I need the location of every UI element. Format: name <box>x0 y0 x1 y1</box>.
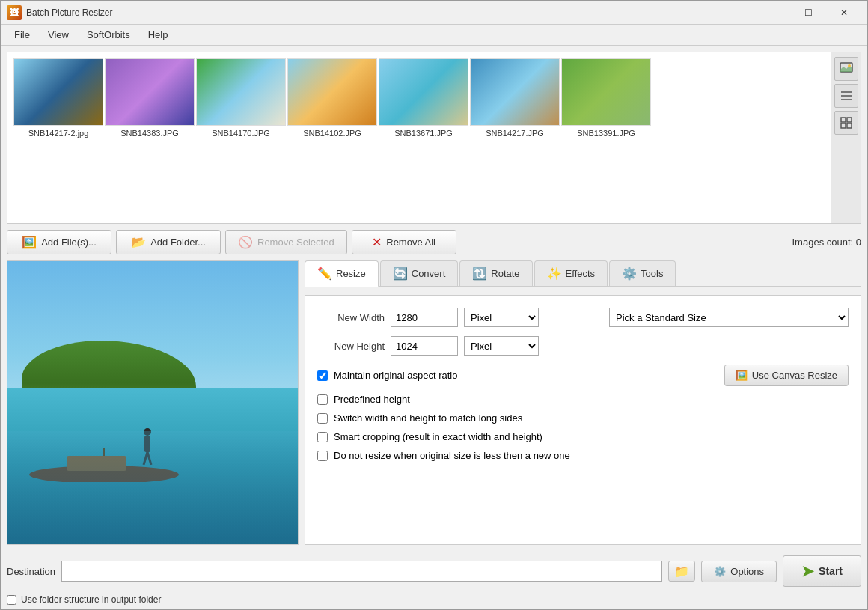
canvas-resize-button[interactable]: 🖼️ Use Canvas Resize <box>724 365 849 386</box>
tab-effects[interactable]: ✨ Effects <box>534 260 608 286</box>
new-height-input[interactable] <box>391 336 458 356</box>
tab-tools-label: Tools <box>641 268 663 279</box>
remove-all-label: Remove All <box>386 237 435 248</box>
add-folder-label: Add Folder... <box>150 237 206 248</box>
options-label: Options <box>730 566 764 577</box>
add-folder-button[interactable]: 📂 Add Folder... <box>116 230 221 254</box>
app-icon: 🖼 <box>7 5 22 20</box>
maintain-aspect-label: Maintain original aspect ratio <box>334 370 457 381</box>
list-item[interactable]: SNB14383.JPG <box>105 58 195 138</box>
remove-selected-label: Remove Selected <box>257 237 334 248</box>
list-item[interactable]: SNB14102.JPG <box>287 58 377 138</box>
svg-rect-6 <box>847 118 852 122</box>
maintain-aspect-row: Maintain original aspect ratio 🖼️ Use Ca… <box>317 365 849 386</box>
svg-rect-8 <box>847 123 852 128</box>
width-row: New Width Pixel Percent Inch Cm Pick a S… <box>317 308 849 327</box>
thumb-filename: SNB14217-2.jpg <box>28 129 89 138</box>
images-count: Images count: 0 <box>792 237 862 248</box>
canvas-resize-label: Use Canvas Resize <box>752 370 837 381</box>
new-width-input[interactable] <box>391 308 458 327</box>
new-width-label: New Width <box>317 312 385 323</box>
bottom-bar: Destination 📁 ⚙️ Options ➤ Start <box>7 551 861 591</box>
list-item[interactable]: SNB14217.JPG <box>470 58 560 138</box>
strip-sidebar <box>831 52 861 223</box>
do-not-resize-label: Do not resize when original size is less… <box>334 450 570 461</box>
destination-input[interactable] <box>61 561 662 582</box>
list-item[interactable]: SNB13671.JPG <box>379 58 468 138</box>
height-row: New Height Pixel Percent Inch Cm <box>317 336 849 356</box>
start-arrow-icon: ➤ <box>801 562 814 580</box>
new-height-label: New Height <box>317 341 385 352</box>
menu-view[interactable]: View <box>40 27 76 43</box>
thumb-filename: SNB14217.JPG <box>486 129 544 138</box>
list-view-icon[interactable] <box>834 84 858 108</box>
tools-tab-icon: ⚙️ <box>622 266 637 281</box>
tab-rotate[interactable]: 🔃 Rotate <box>459 260 532 286</box>
svg-rect-7 <box>841 123 846 128</box>
image-strip: SNB14217-2.jpg SNB14383.JPG SNB14170.JPG… <box>7 52 828 223</box>
remove-all-button[interactable]: ✕ Remove All <box>352 230 456 254</box>
preview-area <box>7 260 299 545</box>
options-button[interactable]: ⚙️ Options <box>701 561 777 582</box>
menu-file[interactable]: File <box>7 27 37 43</box>
destination-browse-button[interactable]: 📁 <box>668 561 695 582</box>
grid-view-icon[interactable] <box>834 111 858 135</box>
svg-rect-5 <box>841 118 846 122</box>
menu-help[interactable]: Help <box>141 27 176 43</box>
maximize-button[interactable]: ☐ <box>791 1 825 25</box>
thumb-filename: SNB13391.JPG <box>577 129 635 138</box>
smart-cropping-label: Smart cropping (result in exact width an… <box>334 431 542 442</box>
thumb-filename: SNB14170.JPG <box>212 129 270 138</box>
bottom-section: Destination 📁 ⚙️ Options ➤ Start Use fol… <box>7 551 861 605</box>
title-bar-buttons: — ☐ ✕ <box>755 1 861 25</box>
preview-image <box>7 261 298 544</box>
tab-effects-label: Effects <box>566 268 596 279</box>
remove-selected-icon: 🚫 <box>238 235 253 249</box>
width-unit-select[interactable]: Pixel Percent Inch Cm <box>464 308 539 327</box>
start-button[interactable]: ➤ Start <box>783 555 861 587</box>
list-item[interactable]: SNB14170.JPG <box>196 58 286 138</box>
maintain-aspect-checkbox[interactable] <box>317 370 328 381</box>
start-label: Start <box>819 565 843 577</box>
close-button[interactable]: ✕ <box>827 1 861 25</box>
remove-all-icon: ✕ <box>372 235 382 249</box>
add-folder-icon: 📂 <box>131 235 146 249</box>
tab-tools[interactable]: ⚙️ Tools <box>609 260 676 286</box>
remove-selected-button[interactable]: 🚫 Remove Selected <box>225 230 347 254</box>
use-folder-checkbox[interactable] <box>7 595 16 605</box>
canvas-resize-icon: 🖼️ <box>736 370 748 381</box>
smart-cropping-checkbox[interactable] <box>317 432 328 442</box>
image-view-icon[interactable] <box>834 57 858 81</box>
main-content: SNB14217-2.jpg SNB14383.JPG SNB14170.JPG… <box>1 46 867 610</box>
list-item[interactable]: SNB14217-2.jpg <box>13 58 103 138</box>
thumb-filename: SNB14102.JPG <box>303 129 361 138</box>
tab-resize[interactable]: ✏️ Resize <box>305 260 379 287</box>
standard-size-select[interactable]: Pick a Standard Size <box>609 308 849 327</box>
settings-panel: New Width Pixel Percent Inch Cm Pick a S… <box>305 295 861 545</box>
switch-width-height-row: Switch width and height to match long si… <box>317 412 849 424</box>
do-not-resize-checkbox[interactable] <box>317 451 328 461</box>
tab-rotate-label: Rotate <box>491 268 519 279</box>
height-unit-select[interactable]: Pixel Percent Inch Cm <box>464 336 539 356</box>
predefined-height-row: Predefined height <box>317 394 849 405</box>
thumb-filename: SNB13671.JPG <box>394 129 453 138</box>
rotate-tab-icon: 🔃 <box>472 266 487 281</box>
lower-section: ✏️ Resize 🔄 Convert 🔃 Rotate ✨ Effects ⚙… <box>7 260 861 545</box>
right-panel: ✏️ Resize 🔄 Convert 🔃 Rotate ✨ Effects ⚙… <box>305 260 861 545</box>
tab-resize-label: Resize <box>336 268 366 279</box>
add-files-label: Add File(s)... <box>41 237 97 248</box>
resize-tab-icon: ✏️ <box>317 266 332 281</box>
minimize-button[interactable]: — <box>755 1 789 25</box>
tab-convert[interactable]: 🔄 Convert <box>380 260 459 286</box>
options-icon: ⚙️ <box>714 566 726 577</box>
menu-softorbits[interactable]: SoftOrbits <box>79 27 138 43</box>
browse-folder-icon: 📁 <box>674 564 689 579</box>
app-title: Batch Picture Resizer <box>26 7 755 18</box>
list-item[interactable]: SNB13391.JPG <box>561 58 651 138</box>
predefined-height-label: Predefined height <box>334 394 410 405</box>
switch-width-height-checkbox[interactable] <box>317 413 328 424</box>
add-files-button[interactable]: 🖼️ Add File(s)... <box>7 230 111 254</box>
smart-cropping-row: Smart cropping (result in exact width an… <box>317 431 849 442</box>
predefined-height-checkbox[interactable] <box>317 394 328 405</box>
toolbar-row: 🖼️ Add File(s)... 📂 Add Folder... 🚫 Remo… <box>7 230 861 254</box>
